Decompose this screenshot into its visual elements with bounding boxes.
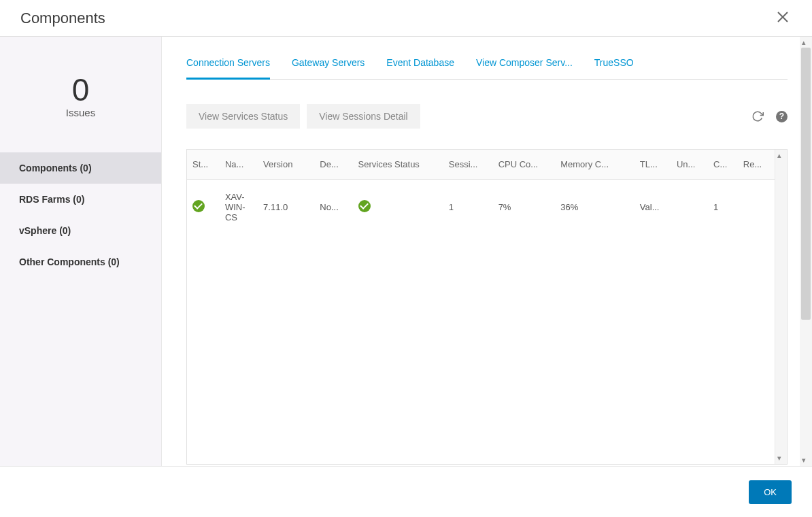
- col-cpu[interactable]: CPU Co...: [493, 150, 556, 180]
- scroll-thumb[interactable]: [801, 48, 811, 320]
- issue-count-number: 0: [0, 74, 161, 105]
- sidebar: 0 Issues Components (0) RDS Farms (0) vS…: [0, 37, 162, 466]
- cell-version: 7.11.0: [258, 180, 314, 235]
- cell-memory: 36%: [555, 180, 635, 235]
- status-ok-icon: [192, 200, 205, 212]
- help-icon[interactable]: ?: [776, 111, 788, 122]
- servers-table: St... Na... Version De... Services Statu…: [187, 150, 775, 235]
- tab-event-database[interactable]: Event Database: [386, 57, 454, 80]
- dialog-header: Components: [0, 0, 812, 37]
- cell-unauth: [671, 180, 708, 235]
- cell-tls: Val...: [635, 180, 671, 235]
- tab-view-composer[interactable]: View Composer Serv...: [476, 57, 573, 80]
- scroll-down-icon: ▾: [802, 456, 806, 465]
- scroll-up-icon: ▴: [777, 151, 781, 160]
- cell-replication: [738, 180, 775, 235]
- view-services-status-button[interactable]: View Services Status: [186, 104, 300, 129]
- sidebar-nav: Components (0) RDS Farms (0) vSphere (0)…: [0, 152, 161, 278]
- cell-sessions: 1: [443, 180, 493, 235]
- sidebar-item-other-components[interactable]: Other Components (0): [0, 246, 161, 278]
- col-services-status[interactable]: Services Status: [353, 150, 443, 180]
- window-scrollbar[interactable]: ▴ ▾: [800, 37, 812, 466]
- close-button[interactable]: [774, 8, 792, 28]
- tab-gateway-servers[interactable]: Gateway Servers: [292, 57, 365, 80]
- col-connections[interactable]: C...: [708, 150, 738, 180]
- view-sessions-detail-button[interactable]: View Sessions Detail: [307, 104, 420, 129]
- cell-default: No...: [314, 180, 352, 235]
- issue-count: 0 Issues: [0, 74, 161, 118]
- sidebar-item-rds-farms[interactable]: RDS Farms (0): [0, 184, 161, 215]
- close-icon: [777, 11, 789, 23]
- issue-count-label: Issues: [0, 107, 161, 118]
- sidebar-item-vsphere[interactable]: vSphere (0): [0, 215, 161, 246]
- refresh-icon[interactable]: [751, 110, 764, 122]
- col-version[interactable]: Version: [258, 150, 314, 180]
- tab-truesso[interactable]: TrueSSO: [594, 57, 634, 80]
- table-container: St... Na... Version De... Services Statu…: [186, 149, 788, 465]
- dialog-footer: OK: [0, 466, 812, 517]
- col-memory[interactable]: Memory C...: [555, 150, 635, 180]
- col-sessions[interactable]: Sessi...: [443, 150, 493, 180]
- col-status[interactable]: St...: [187, 150, 220, 180]
- tab-connection-servers[interactable]: Connection Servers: [186, 57, 270, 80]
- services-ok-icon: [358, 200, 371, 212]
- col-name[interactable]: Na...: [220, 150, 258, 180]
- tabs: Connection Servers Gateway Servers Event…: [186, 57, 788, 80]
- page-title: Components: [20, 10, 105, 27]
- col-tls[interactable]: TL...: [635, 150, 671, 180]
- table-row[interactable]: XAV-WIN-CS 7.11.0 No... 1 7% 36% Val... …: [187, 180, 775, 235]
- main-content: Connection Servers Gateway Servers Event…: [162, 37, 812, 466]
- sidebar-item-components[interactable]: Components (0): [0, 152, 161, 184]
- cell-name: XAV-WIN-CS: [220, 180, 258, 235]
- scroll-up-icon: ▴: [802, 38, 806, 47]
- toolbar: View Services Status View Sessions Detai…: [186, 104, 788, 129]
- table-scrollbar[interactable]: ▴ ▾: [775, 150, 787, 464]
- ok-button[interactable]: OK: [749, 480, 792, 504]
- table-header-row: St... Na... Version De... Services Statu…: [187, 150, 775, 180]
- col-replication[interactable]: Re...: [738, 150, 775, 180]
- cell-connections: 1: [708, 180, 738, 235]
- scroll-down-icon: ▾: [777, 454, 781, 463]
- cell-cpu: 7%: [493, 180, 556, 235]
- col-default[interactable]: De...: [314, 150, 352, 180]
- col-unauth[interactable]: Un...: [671, 150, 708, 180]
